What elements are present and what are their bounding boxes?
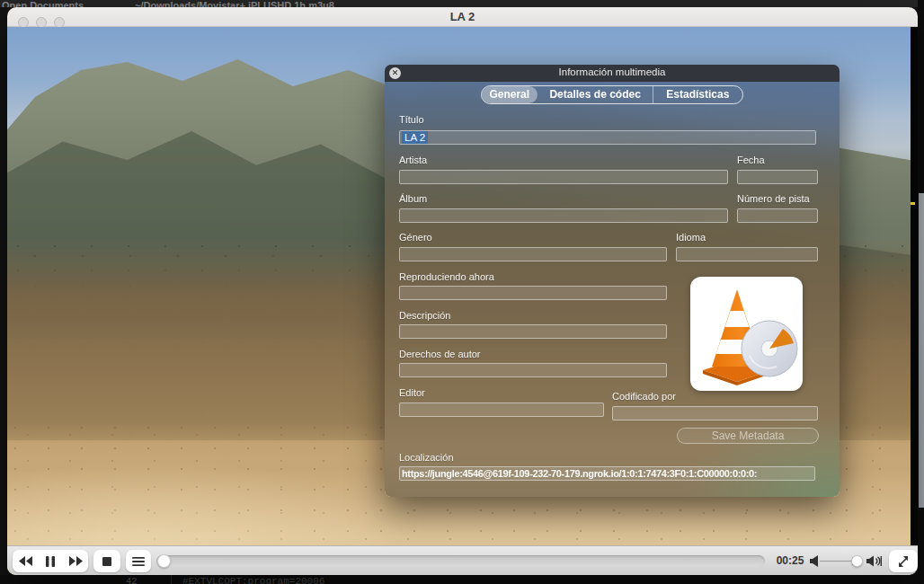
rewind-icon bbox=[19, 556, 32, 566]
codificado-por-input[interactable] bbox=[612, 406, 818, 420]
window-title: LA 2 bbox=[7, 10, 918, 23]
playlist-icon bbox=[132, 557, 145, 566]
window-titlebar[interactable]: LA 2 bbox=[7, 7, 918, 27]
titulo-input[interactable]: LA 2 bbox=[399, 130, 816, 145]
fullscreen-button[interactable] bbox=[889, 550, 918, 572]
tab-detalles-de-codec[interactable]: Detalles de códec bbox=[538, 86, 653, 103]
idioma-label: Idioma bbox=[676, 232, 706, 243]
save-metadata-button[interactable]: Save Metadata bbox=[677, 428, 819, 444]
media-info-dialog: ✕ Información multimedia General Detalle… bbox=[385, 65, 840, 497]
localizacion-label: Localización bbox=[399, 452, 454, 463]
descripcion-label: Descripción bbox=[399, 310, 450, 321]
fast-forward-icon bbox=[69, 556, 83, 566]
reproduciendo-ahora-label: Reproduciendo ahora bbox=[399, 271, 494, 282]
editor-minimap bbox=[919, 193, 924, 508]
screen: Open Documents ~/Downloads/Movistar+ iPL… bbox=[0, 0, 924, 584]
vlc-cone-icon bbox=[690, 277, 803, 391]
derechos-de-autor-label: Derechos de autor bbox=[399, 349, 481, 359]
editor-gutter-divider bbox=[171, 575, 172, 584]
fast-forward-button[interactable] bbox=[63, 550, 88, 572]
volume-slider-thumb[interactable] bbox=[851, 555, 863, 567]
genero-input[interactable] bbox=[399, 247, 667, 261]
background-editor-path: ~/Downloads/Movistar+ iPLUSHD 1h.m3u8 bbox=[135, 0, 334, 7]
dialog-tabbar: General Detalles de códec Estadísticas bbox=[481, 85, 743, 104]
descripcion-input[interactable] bbox=[399, 324, 667, 339]
elapsed-time: 00:25 bbox=[769, 554, 812, 567]
fecha-label: Fecha bbox=[737, 155, 765, 165]
editor-input[interactable] bbox=[399, 403, 604, 417]
dialog-title: Información multimedia bbox=[385, 66, 840, 77]
player-control-bar: 00:25 bbox=[7, 545, 918, 575]
titulo-selected-text: LA 2 bbox=[402, 131, 428, 144]
seek-slider-thumb[interactable] bbox=[157, 554, 171, 568]
volume-low-icon bbox=[810, 555, 818, 567]
idioma-input[interactable] bbox=[676, 247, 818, 261]
derechos-de-autor-input[interactable] bbox=[399, 363, 667, 377]
tab-estadisticas[interactable]: Estadísticas bbox=[653, 86, 742, 103]
volume-high-icon bbox=[866, 555, 882, 567]
artista-input[interactable] bbox=[399, 170, 728, 184]
codificado-por-label: Codificado por bbox=[612, 391, 676, 402]
editor-code-line: #EXTVLCOPT:program=20006 bbox=[182, 576, 324, 584]
background-editor-bottom: 42 #EXTVLCOPT:program=20006 bbox=[0, 575, 924, 584]
background-editor-title: Open Documents bbox=[2, 0, 84, 7]
genero-label: Género bbox=[399, 232, 432, 243]
numero-de-pista-input[interactable] bbox=[737, 208, 818, 223]
transport-buttons bbox=[13, 550, 88, 572]
rewind-button[interactable] bbox=[13, 550, 38, 572]
pause-button[interactable] bbox=[38, 550, 63, 572]
pause-icon bbox=[46, 556, 55, 567]
seek-slider[interactable] bbox=[156, 555, 765, 567]
artista-label: Artista bbox=[399, 155, 427, 165]
editor-label: Editor bbox=[399, 387, 425, 398]
titulo-label: Título bbox=[399, 114, 424, 125]
editor-line-number: 42 bbox=[126, 576, 138, 584]
numero-de-pista-label: Número de pista bbox=[737, 193, 810, 204]
dialog-header[interactable]: ✕ Información multimedia bbox=[385, 65, 840, 82]
localizacion-input[interactable]: https://jungle:4546@619f-109-232-70-179.… bbox=[399, 466, 815, 481]
video-letterbox-margin bbox=[911, 27, 918, 575]
fullscreen-icon bbox=[896, 554, 911, 569]
fecha-input[interactable] bbox=[737, 170, 818, 184]
tab-general[interactable]: General bbox=[482, 86, 538, 103]
reproduciendo-ahora-input[interactable] bbox=[399, 286, 667, 300]
volume-slider[interactable] bbox=[820, 561, 852, 562]
yellow-marker bbox=[911, 202, 915, 205]
background-editor-topbar: Open Documents ~/Downloads/Movistar+ iPL… bbox=[0, 0, 924, 7]
album-label: Álbum bbox=[399, 193, 427, 204]
playlist-button[interactable] bbox=[126, 550, 151, 572]
stop-button[interactable] bbox=[93, 550, 120, 572]
album-input[interactable] bbox=[399, 208, 728, 223]
stop-icon bbox=[102, 557, 111, 566]
